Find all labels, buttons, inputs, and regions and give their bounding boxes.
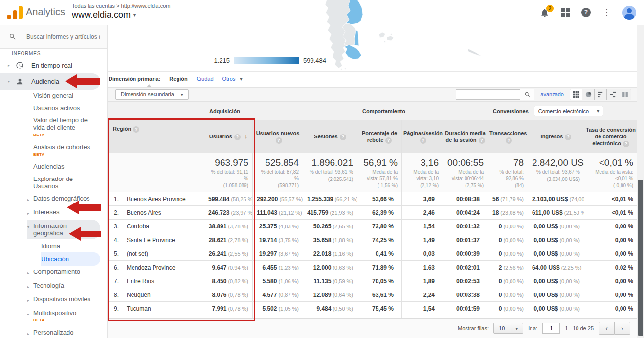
help-tooltip-icon[interactable]: ? (276, 137, 282, 144)
help-tooltip-icon[interactable]: ? (565, 134, 571, 140)
conv-rate-cell: 0,00 % (584, 220, 638, 233)
map-islet (345, 68, 346, 70)
sidebar-item-technology[interactable]: ▸ Tecnología (27, 279, 107, 293)
conv-rate-cell: 0,00 % (584, 288, 638, 302)
bounce-cell: 0,41 % (357, 247, 402, 261)
vertical-scrollbar[interactable] (637, 25, 644, 338)
col-header-sessions[interactable]: Sesiones? (303, 120, 357, 153)
bounce-cell: 71,89 % (357, 261, 402, 274)
col-header-duration[interactable]: Duración media de la sesión? (443, 120, 488, 153)
dimension-option-city[interactable]: Ciudad (197, 76, 214, 82)
help-tooltip-icon[interactable]: ? (420, 137, 426, 144)
sidebar-item-language[interactable]: Idioma (41, 239, 107, 252)
scrollbar-thumb[interactable] (638, 180, 643, 336)
help-button[interactable]: ? (581, 8, 591, 17)
transactions-cell: 0(0,00 %) (488, 288, 528, 302)
col-header-pages[interactable]: Páginas/sesión? (402, 120, 443, 153)
col-header-bounce[interactable]: Porcentaje de rebote? (357, 120, 402, 153)
table-search-input[interactable] (456, 89, 520, 100)
help-tooltip-icon[interactable]: ? (623, 141, 629, 147)
pie-chart-icon (585, 91, 592, 98)
secondary-dimension-button[interactable]: Dimensión secundaria ▾ (115, 89, 189, 100)
user-avatar[interactable] (622, 6, 636, 20)
bounce-cell: 53,66 % (357, 192, 402, 206)
sidebar-item-behavior[interactable]: ▸ Comportamiento (27, 266, 107, 279)
dimension-option-other[interactable]: Otros ▾ (222, 76, 243, 82)
sidebar-item-realtime[interactable]: ▸ En tiempo real (0, 57, 107, 73)
sidebar-item-custom[interactable]: ▸ Personalizado (27, 326, 107, 338)
sidebar-item-location[interactable]: Ubicación (41, 252, 100, 266)
sidebar-search[interactable] (0, 25, 107, 49)
account-path: Todas las cuentas > http://www.eldia.com (72, 3, 170, 9)
pages-cell: 1,89 (402, 274, 443, 288)
transactions-cell: 0(0,00 %) (488, 220, 528, 233)
more-options-button[interactable]: ⋮ (602, 7, 611, 18)
map-region-highlight-south[interactable] (344, 45, 361, 59)
help-tooltip-icon[interactable]: ? (385, 137, 392, 144)
bounce-cell: 70,05 % (357, 274, 402, 288)
dimension-option-region[interactable]: Región (169, 76, 187, 82)
pages-cell: 3,69 (402, 192, 443, 206)
chevron-down-icon: ▾ (240, 76, 242, 82)
analytics-logo-icon[interactable] (7, 5, 23, 20)
map-islands-falklands[interactable] (379, 32, 385, 38)
data-view-button[interactable] (570, 89, 582, 100)
beta-tag: BETA (33, 316, 92, 324)
help-tooltip-icon[interactable]: ? (340, 134, 346, 140)
notification-count-badge: 2 (546, 5, 554, 12)
annotation-box (108, 118, 255, 321)
sessions-cell: 415.759(21,93 %) (303, 206, 357, 220)
advanced-filter-link[interactable]: avanzado (540, 91, 564, 97)
total-transactions: 78% del total: 92,86 %(84) (488, 153, 528, 192)
sidebar-item-lifetime-value[interactable]: Valor del tiempo de vida del clienteBETA (33, 114, 97, 141)
sidebar-item-overview[interactable]: Visión general (33, 90, 97, 102)
bounce-cell: 74,25 % (357, 233, 402, 247)
new-users-cell: 19.714(3,75 %) (253, 233, 303, 247)
map-section-divider (108, 71, 637, 72)
help-tooltip-icon[interactable]: ? (506, 137, 512, 144)
performance-view-button[interactable] (595, 89, 607, 100)
sidebar-item-cross-device[interactable]: ▸ MultidispositivoBETA (27, 307, 107, 326)
sidebar-item-user-explorer[interactable]: Explorador de Usuarios (33, 173, 97, 192)
map-islet (341, 69, 342, 70)
col-header-conv-rate[interactable]: Tasa de conversión de comercio electróni… (584, 120, 638, 153)
revenue-cell: 0,00 US$(0,00 %) (528, 274, 584, 288)
notifications-button[interactable]: 2 (540, 8, 550, 18)
transactions-cell: 18(23,08 %) (488, 206, 528, 220)
map-islet (390, 33, 392, 35)
rows-per-page-select[interactable]: 10 ▾ (493, 323, 523, 334)
chevron-right-icon[interactable]: ▸ (6, 63, 11, 68)
search-input[interactable] (25, 33, 101, 41)
map-islands-falklands-2[interactable] (387, 36, 394, 41)
sidebar-item-cohort-analysis[interactable]: Análisis de cohortesBETA (33, 141, 97, 160)
revenue-cell: 0,00 US$(0,00 %) (528, 247, 584, 261)
sidebar-item-mobile[interactable]: ▸ Dispositivos móviles (27, 293, 107, 307)
col-header-transactions[interactable]: Transacciones? (488, 120, 528, 153)
duration-cell: 00:04:24 (443, 206, 488, 220)
duration-cell: 00:01:32 (443, 220, 488, 233)
bounce-cell: 63,61 % (357, 288, 402, 302)
sidebar-item-audiences[interactable]: Audiencias (33, 160, 97, 173)
previous-page-button[interactable]: ‹ (599, 322, 614, 335)
help-tooltip-icon[interactable]: ? (479, 137, 485, 144)
sidebar-item-active-users[interactable]: Usuarios activos (33, 102, 97, 114)
revenue-cell: 2.103,00 US$(74,00 %) (528, 192, 584, 206)
col-header-new-users[interactable]: Usuarios nuevos? (253, 120, 303, 153)
chevron-down-icon[interactable]: ▾ (6, 79, 11, 84)
revenue-cell: 0,00 US$(0,00 %) (528, 233, 584, 247)
property-selector[interactable]: www.eldia.com ▾ (72, 10, 170, 20)
table-search-button[interactable] (520, 89, 534, 100)
pivot-view-button[interactable] (619, 89, 631, 100)
property-name: www.eldia.com (72, 10, 131, 20)
apps-grid-button[interactable] (561, 8, 570, 17)
transactions-cell: 0(0,00 %) (488, 302, 528, 315)
next-page-button[interactable]: › (614, 322, 630, 335)
col-header-revenue[interactable]: Ingresos? (528, 120, 584, 153)
conversions-type-select[interactable]: Comercio electrónico ▾ (534, 106, 603, 116)
percentage-view-button[interactable] (582, 89, 595, 100)
new-users-cell: 25.375(4,83 %) (253, 220, 303, 233)
comparison-view-button[interactable] (607, 89, 619, 100)
conv-rate-cell: 0,02 % (584, 261, 638, 274)
goto-page-input[interactable] (542, 323, 560, 334)
annotation-arrow-geo (79, 204, 101, 211)
